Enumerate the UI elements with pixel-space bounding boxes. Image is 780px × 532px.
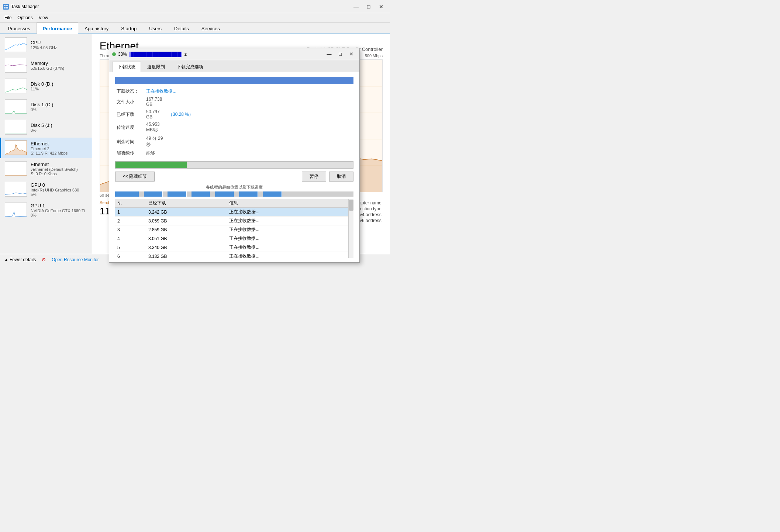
thread-dl: 3.059 GB <box>146 217 227 225</box>
thread-dl: 3.051 GB <box>146 234 227 243</box>
downloaded-value: 50.797 GB <box>145 108 167 121</box>
resource-monitor-icon: ⊙ <box>42 257 46 262</box>
filesize-value: 167.738 GB <box>145 96 167 108</box>
title-bar: Task Manager — □ ✕ <box>0 0 390 13</box>
download-dialog[interactable]: 30% ████████████████ z — □ ✕ 下载状态 速度限制 下… <box>109 48 360 263</box>
table-row[interactable]: 5 3.340 GB 正在接收数据... <box>115 243 348 252</box>
table-row[interactable]: 4 3.051 GB 正在接收数据... <box>115 234 348 243</box>
tab-details[interactable]: Details <box>168 23 195 34</box>
remaining-label: 剩余时间 <box>115 134 145 149</box>
dialog-tab-speed[interactable]: 速度限制 <box>142 62 170 72</box>
tab-startup[interactable]: Startup <box>115 23 143 34</box>
tab-app-history[interactable]: App history <box>78 23 115 34</box>
cpu-name: CPU <box>31 40 57 45</box>
fewer-details-btn[interactable]: ▲ Fewer details <box>4 257 36 262</box>
sidebar-item-gpu1[interactable]: GPU 1 NVIDIA GeForce GTX 1660 Ti 0% <box>0 200 92 220</box>
menu-bar: File Options View <box>0 13 390 23</box>
menu-view[interactable]: View <box>36 14 51 21</box>
sidebar-item-ethernet2[interactable]: Ethernet vEthernet (Default Switch) S: 0… <box>0 158 92 179</box>
sidebar-item-disk5[interactable]: Disk 5 (J:) 0% <box>0 117 92 138</box>
col-info: 信息 <box>227 199 348 208</box>
progress-fill <box>115 162 187 168</box>
sidebar-item-gpu0[interactable]: GPU 0 Intel(R) UHD Graphics 630 5% <box>0 179 92 200</box>
pause-btn[interactable]: 暂停 <box>302 172 326 182</box>
dialog-tab-complete[interactable]: 下载完成选项 <box>171 62 209 72</box>
disk0-label: Disk 0 (D:) 11% <box>31 81 53 91</box>
tab-performance[interactable]: Performance <box>37 23 78 34</box>
dialog-minimize-btn[interactable]: — <box>324 50 334 59</box>
censored-url-bar <box>115 77 353 84</box>
memory-thumb <box>5 58 27 73</box>
hide-details-btn[interactable]: << 隐藏细节 <box>115 172 155 182</box>
table-row[interactable]: 3 2.859 GB 正在接收数据... <box>115 225 348 234</box>
gpu0-pct: 5% <box>31 192 79 197</box>
thread-n: 3 <box>115 225 146 234</box>
thread-remaining <box>282 191 353 197</box>
disk5-thumb <box>5 120 27 135</box>
filesize-extra <box>167 96 353 108</box>
action-buttons: << 隐藏细节 暂停 取消 <box>115 172 353 182</box>
sidebar-item-ethernet[interactable]: Ethernet Ethernet 2 S: 11.9 R: 422 Mbps <box>0 138 92 158</box>
sidebar-item-memory[interactable]: Memory 5.9/15.8 GB (37%) <box>0 55 92 76</box>
open-resource-monitor-link[interactable]: Open Resource Monitor <box>52 257 99 262</box>
downloaded-row: 已经下载 50.797 GB （30.28 %） <box>115 108 353 121</box>
remaining-extra <box>167 134 353 149</box>
menu-options[interactable]: Options <box>14 14 35 21</box>
memory-sub: 5.9/15.8 GB (37%) <box>31 66 64 70</box>
close-button[interactable]: ✕ <box>375 1 387 12</box>
table-row[interactable]: 6 3.132 GB 正在接收数据... <box>115 252 348 258</box>
col-downloaded: 已经下载 <box>146 199 227 208</box>
thread-seg-6 <box>239 191 258 197</box>
dialog-tab-status[interactable]: 下载状态 <box>112 62 141 72</box>
sidebar-item-cpu[interactable]: CPU 12% 4.05 GHz <box>0 34 92 55</box>
gpu1-thumb <box>5 203 27 217</box>
thread-info: 正在接收数据... <box>227 217 348 225</box>
app-title: Task Manager <box>11 4 39 9</box>
tab-processes[interactable]: Processes <box>1 23 37 34</box>
remaining-row: 剩余时间 49 分 29 秒 <box>115 134 353 149</box>
sidebar-item-disk1[interactable]: Disk 1 (C:) 0% <box>0 96 92 117</box>
resume-row: 能否续传 能够 <box>115 149 353 158</box>
sidebar-item-disk0[interactable]: Disk 0 (D:) 11% <box>0 76 92 96</box>
table-row[interactable]: 1 3.242 GB 正在接收数据... <box>115 208 348 217</box>
resume-value: 能够 <box>145 149 167 158</box>
thread-gap-4 <box>210 191 215 197</box>
speed-row: 传输速度 45.953 MB/秒 <box>115 121 353 134</box>
thread-info: 正在接收数据... <box>227 243 348 252</box>
dialog-close-btn[interactable]: ✕ <box>346 50 356 59</box>
table-row[interactable]: 2 3.059 GB 正在接收数据... <box>115 217 348 225</box>
downloaded-label: 已经下载 <box>115 108 145 121</box>
dialog-tab-bar: 下载状态 速度限制 下载完成选项 <box>109 60 359 72</box>
minimize-button[interactable]: — <box>350 1 362 12</box>
thread-info: 正在接收数据... <box>227 225 348 234</box>
gpu0-sub: Intel(R) UHD Graphics 630 <box>31 188 79 192</box>
sidebar: CPU 12% 4.05 GHz Memory 5.9/15.8 GB (37%… <box>0 34 92 254</box>
gpu0-label: GPU 0 Intel(R) UHD Graphics 630 5% <box>31 182 79 197</box>
disk1-thumb <box>5 99 27 114</box>
thread-hint-text: 各线程的起始位置以及下载进度 <box>115 184 353 190</box>
tab-users[interactable]: Users <box>143 23 168 34</box>
speed-label: 传输速度 <box>115 121 145 134</box>
svg-marker-4 <box>5 145 27 155</box>
tab-services[interactable]: Services <box>195 23 226 34</box>
disk0-sub: 11% <box>31 87 53 91</box>
max-speed: 500 Mbps <box>365 53 383 58</box>
cancel-btn[interactable]: 取消 <box>329 172 353 182</box>
thread-table-wrap: N. 已经下载 信息 1 3.242 GB 正在接收数据... <box>115 199 353 258</box>
dialog-progress-pct: 30% <box>118 52 127 57</box>
thread-gap-3 <box>187 191 191 197</box>
scrollbar-thumb[interactable] <box>349 200 353 211</box>
menu-file[interactable]: File <box>1 14 14 21</box>
download-info-table: 下载状态： 正在接收数据... 文件大小 167.738 GB 已经下载 50.… <box>115 87 353 158</box>
maximize-button[interactable]: □ <box>363 1 375 12</box>
filesize-row: 文件大小 167.738 GB <box>115 96 353 108</box>
fewer-details-label: Fewer details <box>10 257 36 262</box>
thread-dl: 3.340 GB <box>146 243 227 252</box>
thread-n: 2 <box>115 217 146 225</box>
scrollbar[interactable] <box>348 199 353 258</box>
gpu0-thumb <box>5 182 27 197</box>
thread-seg-7 <box>263 191 282 197</box>
svg-rect-2 <box>4 7 6 8</box>
resume-label: 能否续传 <box>115 149 145 158</box>
dialog-maximize-btn[interactable]: □ <box>335 50 345 59</box>
